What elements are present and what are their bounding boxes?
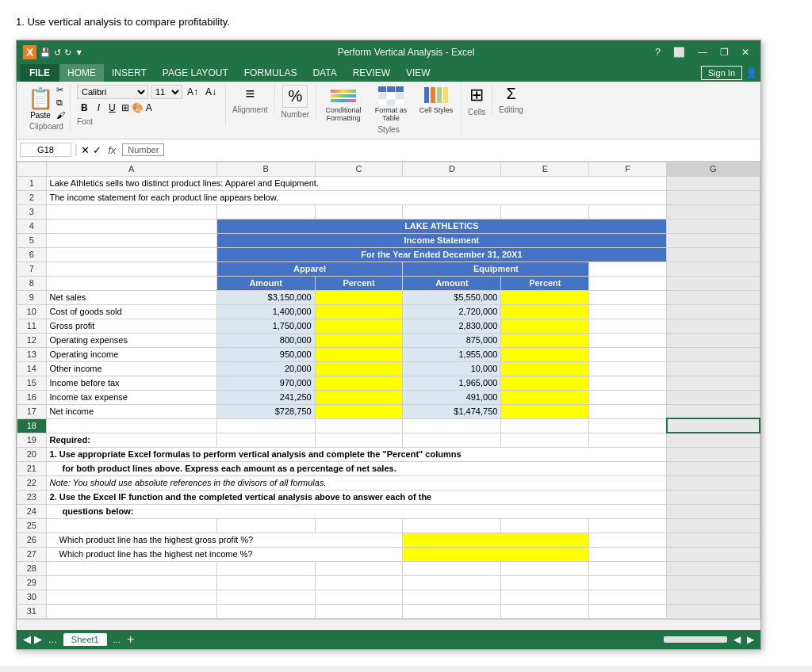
cell-d26[interactable] [403,533,589,547]
cell-b5[interactable]: Income Statement [216,233,666,247]
cell-g24[interactable] [667,504,760,518]
font-color-button[interactable]: A [146,102,152,113]
menu-file[interactable]: FILE [20,64,59,82]
sheet-tab-sheet1[interactable]: Sheet1 [63,633,107,646]
cut-button[interactable]: ✂ [56,85,65,95]
redo-icon[interactable]: ↻ [64,48,71,58]
underline-button[interactable]: U [105,101,119,114]
cell-d14[interactable]: 10,000 [403,361,501,376]
cell-e8[interactable]: Percent [501,276,589,290]
cell-d13[interactable]: 1,955,000 [403,347,501,361]
cell-e18[interactable] [501,418,589,433]
paste-button[interactable]: 📋 Paste [28,86,53,120]
cell-f11[interactable] [589,319,667,333]
menu-formulas[interactable]: FORMULAS [236,64,305,82]
cell-e10[interactable] [501,304,589,319]
cell-c29[interactable] [315,575,403,590]
cell-e17[interactable] [501,404,589,418]
cell-f7[interactable] [589,262,667,276]
scroll-left-btn[interactable]: ◀ [733,634,741,645]
cell-g18-selected[interactable] [667,418,760,433]
cell-c18[interactable] [315,418,403,433]
menu-insert[interactable]: INSERT [104,64,155,82]
cell-b8[interactable]: Amount [216,276,315,290]
cancel-formula-icon[interactable]: ✕ [81,144,90,156]
cell-g8[interactable] [667,276,760,290]
cell-c28[interactable] [315,561,403,575]
cell-g3[interactable] [667,204,760,219]
cell-d8[interactable]: Amount [403,276,501,290]
cell-d3[interactable] [403,204,501,219]
cell-a30[interactable] [46,590,216,604]
cell-c8[interactable]: Percent [315,276,403,290]
cell-d27[interactable] [403,547,589,561]
cell-a28[interactable] [46,561,216,575]
cell-b12[interactable]: 800,000 [216,333,315,347]
cell-f18[interactable] [589,418,667,433]
border-button[interactable]: ⊞ [121,102,129,113]
cell-f3[interactable] [589,204,667,219]
cell-a29[interactable] [46,575,216,590]
cell-c30[interactable] [315,590,403,604]
quick-save-icon[interactable]: 💾 [40,48,51,58]
cell-f30[interactable] [589,590,667,604]
cell-f17[interactable] [589,404,667,418]
cell-d10[interactable]: 2,720,000 [403,304,501,319]
cell-g30[interactable] [667,590,760,604]
sign-in-button[interactable]: Sign In [701,66,742,80]
cell-g23[interactable] [667,490,760,504]
cell-g11[interactable] [667,319,760,333]
cell-c12[interactable] [315,333,403,347]
customize-icon[interactable]: ▼ [75,48,83,57]
cell-a18[interactable] [46,418,216,433]
cell-f26[interactable] [589,533,667,547]
cell-a1[interactable]: Lake Athletics sells two distinct produc… [46,176,667,190]
conditional-formatting-button[interactable]: Conditional Formatting [321,85,366,123]
cell-e9[interactable] [501,290,589,304]
format-as-table-button[interactable]: Format as Table [369,85,413,123]
cell-f16[interactable] [589,390,667,404]
cell-e15[interactable] [501,376,589,390]
maximize-btn[interactable]: ❐ [715,45,733,59]
cell-g31[interactable] [667,604,760,618]
cell-a7[interactable] [46,262,216,276]
cell-e14[interactable] [501,361,589,376]
cell-f9[interactable] [589,290,667,304]
confirm-formula-icon[interactable]: ✓ [93,144,102,156]
cell-f15[interactable] [589,376,667,390]
cell-a22[interactable]: Note: You should use absolute references… [46,475,667,490]
cell-f10[interactable] [589,304,667,319]
col-header-f[interactable]: F [589,162,667,176]
cell-c10[interactable] [315,304,403,319]
cell-b30[interactable] [216,590,315,604]
cell-c16[interactable] [315,390,403,404]
cell-g7[interactable] [667,262,760,276]
cell-b13[interactable]: 950,000 [216,347,315,361]
cell-b11[interactable]: 1,750,000 [216,319,315,333]
menu-page-layout[interactable]: PAGE LAYOUT [155,64,236,82]
cell-styles-button[interactable]: Cell Styles [416,85,456,123]
col-header-c[interactable]: C [315,162,403,176]
cell-f29[interactable] [589,575,667,590]
font-size-increase[interactable]: A↑ [185,86,201,98]
cell-c25[interactable] [315,518,403,533]
menu-review[interactable]: REVIEW [345,64,398,82]
cell-a6[interactable] [46,247,216,262]
cell-b31[interactable] [216,604,315,618]
cell-f28[interactable] [589,561,667,575]
cell-f31[interactable] [589,604,667,618]
cell-reference-input[interactable]: G18 [20,143,71,157]
cells-button[interactable]: ⊞ [469,85,484,105]
cell-b3[interactable] [216,204,315,219]
col-header-g[interactable]: G [667,162,760,176]
sheet-nav-right[interactable]: ▶ [34,633,42,645]
cell-d9[interactable]: $5,550,000 [403,290,501,304]
cell-g20[interactable] [667,447,760,461]
cell-d7[interactable]: Equipment [403,262,589,276]
cell-g1[interactable] [667,176,760,190]
cell-d16[interactable]: 491,000 [403,390,501,404]
cell-g28[interactable] [667,561,760,575]
cell-a11[interactable]: Gross profit [46,319,216,333]
cell-b9[interactable]: $3,150,000 [216,290,315,304]
cell-g13[interactable] [667,347,760,361]
